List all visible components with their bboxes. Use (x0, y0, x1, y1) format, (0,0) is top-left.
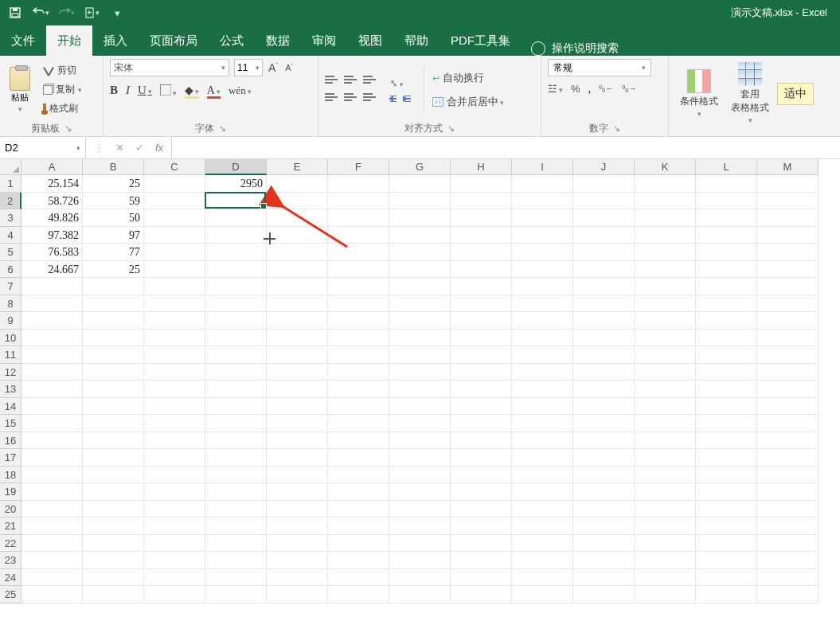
cell-E20[interactable] (267, 501, 328, 518)
cell-K24[interactable] (635, 569, 696, 587)
cell-I24[interactable] (512, 569, 573, 587)
col-header-L[interactable]: L (696, 159, 757, 175)
col-header-I[interactable]: I (512, 159, 573, 175)
cell-J3[interactable] (573, 209, 635, 227)
cell-E22[interactable] (267, 535, 328, 553)
cell-L21[interactable] (696, 518, 757, 535)
cell-J7[interactable] (573, 278, 635, 295)
cell-C6[interactable] (144, 261, 205, 279)
cell-J8[interactable] (573, 295, 635, 313)
save-icon[interactable] (6, 4, 24, 21)
cell-I25[interactable] (512, 586, 573, 603)
row-header-22[interactable]: 22 (0, 535, 21, 553)
cell-E17[interactable] (267, 449, 328, 467)
cell-K3[interactable] (635, 209, 696, 227)
cell-M9[interactable] (757, 312, 819, 330)
cell-L6[interactable] (696, 261, 757, 279)
cell-D3[interactable] (205, 209, 267, 227)
row-header-7[interactable]: 7 (0, 278, 21, 295)
row-header-13[interactable]: 13 (0, 381, 21, 398)
cell-K10[interactable] (635, 330, 696, 347)
row-header-25[interactable]: 25 (0, 586, 21, 603)
cell-K14[interactable] (635, 398, 696, 416)
cell-D25[interactable] (205, 586, 267, 603)
cell-F7[interactable] (328, 278, 389, 295)
cell-J19[interactable] (573, 483, 635, 501)
cell-M6[interactable] (757, 261, 819, 279)
cell-F18[interactable] (328, 467, 389, 484)
cell-K20[interactable] (635, 501, 696, 518)
row-header-10[interactable]: 10 (0, 330, 21, 347)
cell-H23[interactable] (451, 552, 512, 569)
cell-I22[interactable] (512, 535, 573, 553)
cell-K4[interactable] (635, 227, 696, 244)
cell-M1[interactable] (757, 175, 819, 193)
cell-L22[interactable] (696, 535, 757, 553)
tab-view[interactable]: 视图 (347, 25, 393, 56)
cell-C21[interactable] (144, 518, 205, 535)
cell-A21[interactable] (21, 518, 83, 535)
cell-G8[interactable] (389, 295, 451, 313)
cell-C3[interactable] (144, 209, 205, 227)
cell-M10[interactable] (757, 330, 819, 347)
cell-B15[interactable] (83, 415, 144, 432)
cell-E1[interactable] (267, 175, 328, 193)
cell-B10[interactable] (83, 330, 144, 347)
cell-B8[interactable] (83, 295, 144, 313)
comma-button[interactable]: , (588, 83, 592, 95)
col-header-M[interactable]: M (757, 159, 819, 175)
cell-E2[interactable] (267, 193, 328, 210)
cell-G17[interactable] (389, 449, 451, 467)
cell-D5[interactable] (205, 244, 267, 261)
cell-F2[interactable] (328, 193, 389, 210)
cell-I3[interactable] (512, 209, 573, 227)
cell-K17[interactable] (635, 449, 696, 467)
increase-decimal-button[interactable]: ⁰₀← (599, 84, 614, 94)
wrap-text-button[interactable]: ↩ 自动换行 (432, 71, 504, 85)
cell-C12[interactable] (144, 364, 205, 381)
cell-B13[interactable] (83, 381, 144, 398)
cell-F10[interactable] (328, 330, 389, 347)
tab-insert[interactable]: 插入 (92, 25, 139, 56)
underline-button[interactable]: U (138, 84, 152, 97)
cell-E3[interactable] (267, 209, 328, 227)
cell-M15[interactable] (757, 415, 819, 432)
cell-F21[interactable] (328, 518, 389, 535)
cell-A23[interactable] (21, 552, 83, 569)
cell-L19[interactable] (696, 483, 757, 501)
cell-E10[interactable] (267, 330, 328, 347)
cell-C4[interactable] (144, 227, 205, 244)
row-header-1[interactable]: 1 (0, 175, 21, 193)
cell-C2[interactable] (144, 193, 205, 210)
tab-review[interactable]: 审阅 (301, 25, 347, 56)
cell-E19[interactable] (267, 483, 328, 501)
undo-icon[interactable]: ▾ (32, 4, 49, 21)
formula-input[interactable] (172, 137, 840, 158)
cell-D7[interactable] (205, 278, 267, 295)
cell-D23[interactable] (205, 552, 267, 569)
font-color-button[interactable]: A (207, 84, 221, 97)
cell-C18[interactable] (144, 467, 205, 484)
cell-J17[interactable] (573, 449, 635, 467)
cell-M4[interactable] (757, 227, 819, 244)
cell-H11[interactable] (451, 346, 512, 364)
accounting-format-button[interactable]: ☳ (548, 83, 563, 95)
cell-B24[interactable] (83, 569, 144, 587)
row-header-2[interactable]: 2 (0, 193, 21, 210)
cell-C7[interactable] (144, 278, 205, 295)
cell-B5[interactable]: 77 (83, 244, 144, 261)
cell-H12[interactable] (451, 364, 512, 381)
cell-A22[interactable] (21, 535, 83, 553)
cell-K16[interactable] (635, 432, 696, 450)
cell-H16[interactable] (451, 432, 512, 450)
col-header-J[interactable]: J (573, 159, 635, 175)
cell-F23[interactable] (328, 552, 389, 569)
cell-G9[interactable] (389, 312, 451, 330)
cell-M25[interactable] (757, 586, 819, 603)
cell-B17[interactable] (83, 449, 144, 467)
cell-E14[interactable] (267, 398, 328, 416)
cell-A12[interactable] (21, 364, 83, 381)
cell-G16[interactable] (389, 432, 451, 450)
cell-C8[interactable] (144, 295, 205, 313)
cell-E9[interactable] (267, 312, 328, 330)
